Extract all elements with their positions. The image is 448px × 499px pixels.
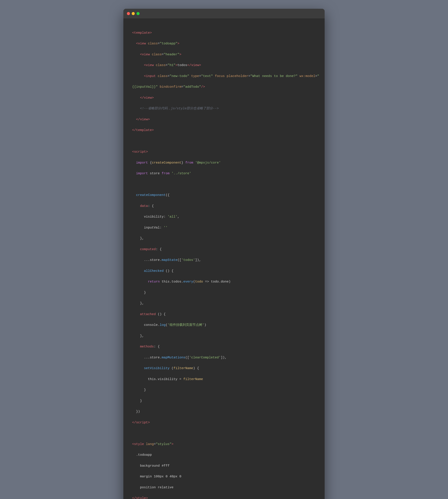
line-8: <!--省略部分代码，js/style部分也省略了部分--> bbox=[132, 106, 316, 111]
maximize-button[interactable] bbox=[137, 12, 140, 15]
line-28: methods: { bbox=[132, 344, 316, 350]
line-39: margin 100px 0 40px 0 bbox=[132, 474, 316, 480]
line-27: }, bbox=[132, 333, 316, 339]
line-5: <input class="new-todo" type="text" focu… bbox=[132, 74, 316, 79]
line-2: <view class="todoapp"> bbox=[132, 41, 316, 47]
line-9: </view> bbox=[132, 117, 316, 123]
line-38: background #fff bbox=[132, 463, 316, 469]
line-10: </template> bbox=[132, 128, 316, 133]
editor-window: <template> <view class="todoapp"> <view … bbox=[123, 9, 325, 499]
titlebar bbox=[123, 9, 325, 18]
line-19: computed: { bbox=[132, 247, 316, 252]
line-16: visibility: 'all', bbox=[132, 214, 316, 220]
line-34: }) bbox=[132, 409, 316, 415]
line-29: ...store.mapMutations(['clearCompleted']… bbox=[132, 355, 316, 360]
line-6: {{inputVal}}" bindconfirm="addTodo"/> bbox=[132, 84, 316, 90]
line-31: this.visibility = filterName bbox=[132, 377, 316, 382]
line-11: <script> bbox=[132, 149, 316, 155]
line-33: } bbox=[132, 398, 316, 404]
line-blank2 bbox=[132, 182, 316, 187]
line-25: attached () { bbox=[132, 312, 316, 317]
line-3: <view class="header"> bbox=[132, 52, 316, 58]
line-18: }, bbox=[132, 236, 316, 241]
line-4: <view class="h1">todos</view> bbox=[132, 63, 316, 68]
minimize-button[interactable] bbox=[132, 12, 135, 15]
line-26: console.log('组件挂载到页面节点树') bbox=[132, 323, 316, 328]
line-32: } bbox=[132, 388, 316, 393]
line-41: </style> bbox=[132, 496, 316, 499]
line-23: } bbox=[132, 290, 316, 296]
line-17: inputVal: '' bbox=[132, 225, 316, 231]
line-7: </view> bbox=[132, 95, 316, 101]
line-24: }, bbox=[132, 301, 316, 306]
line-blank1 bbox=[132, 139, 316, 144]
line-14: createComponent({ bbox=[132, 193, 316, 198]
line-35: </script> bbox=[132, 420, 316, 425]
line-22: return this.todos.every(todo => todo.don… bbox=[132, 279, 316, 285]
line-13: import store from '../store' bbox=[132, 171, 316, 176]
line-37: .todoapp bbox=[132, 452, 316, 458]
line-30: setVisibility (filterName) { bbox=[132, 366, 316, 371]
line-15: data: { bbox=[132, 203, 316, 209]
line-20: ...store.mapState(['todos']), bbox=[132, 258, 316, 263]
line-36: <style lang="stylus"> bbox=[132, 442, 316, 447]
line-21: allChecked () { bbox=[132, 268, 316, 274]
line-40: position relative bbox=[132, 485, 316, 490]
close-button[interactable] bbox=[127, 12, 130, 15]
code-editor: <template> <view class="todoapp"> <view … bbox=[123, 18, 325, 499]
line-12: import {createComponent} from '@mpxjs/co… bbox=[132, 160, 316, 166]
line-1: <template> bbox=[132, 31, 316, 36]
line-blank3 bbox=[132, 431, 316, 436]
